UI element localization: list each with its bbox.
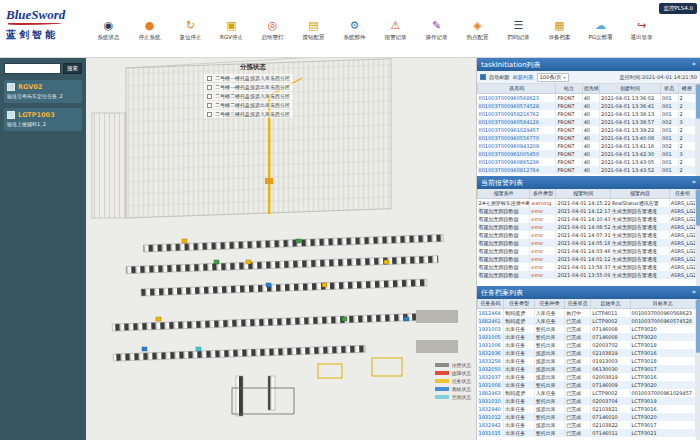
device-search-input[interactable] bbox=[4, 63, 61, 74]
table-row[interactable]: 1931008出库任务整托出库已完成07146009LCTP3020 bbox=[478, 381, 696, 389]
sort-zone-row[interactable]: 二号楼一楼托盘拣选出库东西分区 bbox=[204, 83, 293, 91]
column-header[interactable]: 任务种类 bbox=[534, 299, 565, 309]
column-header[interactable]: 任务类型 bbox=[504, 299, 535, 309]
table-row[interactable]: 有规划无跟踪数据error2021-04-01 14:01:12生成无跟踪告警通… bbox=[478, 255, 696, 263]
sort-zone-row[interactable]: 二号楼一楼托盘拣选入库东西分区 bbox=[204, 74, 293, 82]
table-row[interactable]: 0010037000961029457FRONT402021-04-01 13:… bbox=[478, 126, 696, 134]
column-header[interactable]: 优先级 bbox=[582, 84, 599, 94]
table-row[interactable]: 0010037000961005450FRONT402021-04-01 13:… bbox=[478, 150, 696, 158]
sort-zone-row[interactable]: 二号楼二楼托盘拣选出库东西分区 bbox=[204, 101, 293, 109]
task-panel-title[interactable]: taskInitiation列表 » bbox=[477, 58, 700, 71]
task-panel-toolbar: 自动刷新 刷新列表 100条/页 ▾ 监控时间:2021-04-01 14:21… bbox=[477, 71, 700, 84]
column-header[interactable]: 报警时间 bbox=[556, 189, 611, 199]
table-row[interactable]: 1932050出库任务拣选出库已完成06130030LCTP3017 bbox=[478, 365, 696, 373]
toolbar-item-warning-light[interactable]: ◎ 启动警灯 bbox=[252, 19, 293, 41]
table-row[interactable]: 2#七层穿梭车连接中断warning2021-04-01 14:15:22Rea… bbox=[478, 199, 696, 208]
checkbox-icon[interactable] bbox=[207, 85, 212, 90]
column-header[interactable]: 任务状态 bbox=[565, 299, 591, 309]
table-row[interactable]: 有规划无跟踪数据error2021-04-01 14:08:52生成无跟踪告警通… bbox=[478, 223, 696, 231]
toolbar-item-stop-system[interactable]: ● 停止系统 bbox=[129, 19, 170, 41]
table-row[interactable]: 有规划无跟踪数据error2021-04-01 14:07:31生成无跟踪告警通… bbox=[478, 231, 696, 239]
table-row[interactable]: 0010037000960568623FRONT402021-04-01 13:… bbox=[478, 94, 696, 103]
checkbox-icon[interactable] bbox=[207, 76, 212, 81]
table-row[interactable]: 有规划无跟踪数据error2021-04-01 14:05:18生成无跟踪告警通… bbox=[478, 239, 696, 247]
device-item[interactable]: LGTP1003 输送上饶辅料1_2 bbox=[4, 108, 82, 131]
column-header[interactable]: 条件类型 bbox=[530, 189, 556, 199]
table-row[interactable]: 0010037000960574528FRONT402021-04-01 13:… bbox=[478, 102, 696, 110]
device-item[interactable]: RGV02 输送引布头车定位任务_2 bbox=[4, 80, 82, 103]
toolbar-item-pg-cloud-deploy[interactable]: ☁ PG云部署 bbox=[580, 19, 621, 41]
scrollbar[interactable] bbox=[696, 84, 700, 176]
table-row[interactable]: 0010037000960556770FRONT402021-04-01 13:… bbox=[478, 134, 696, 142]
table-row[interactable]: 有规划无跟踪数据error2021-04-01 13:55:09生成无跟踪告警通… bbox=[478, 271, 696, 279]
collapse-icon[interactable]: » bbox=[692, 286, 696, 299]
column-header[interactable]: 任务组 bbox=[669, 189, 695, 199]
page-size-select[interactable]: 100条/页 ▾ bbox=[537, 73, 569, 82]
refresh-list-button[interactable]: 刷新列表 bbox=[513, 74, 534, 81]
table-row[interactable]: 有规划无跟踪数据error2021-04-01 14:12:17生成无跟踪告警通… bbox=[478, 207, 696, 215]
table-row[interactable]: 1832936出库任务拣选出库已完成02103819LCTP3016 bbox=[478, 349, 696, 357]
column-header[interactable]: 状态 bbox=[661, 84, 678, 94]
toolbar-item-system-parts[interactable]: ⚙ 系统部件 bbox=[334, 19, 375, 41]
scrollbar[interactable] bbox=[696, 299, 700, 440]
table-row[interactable]: 1931010出库任务整托出库已完成02003704LCTP3019 bbox=[478, 397, 696, 405]
table-row[interactable]: 0010037000960584126FRONT402021-04-01 13:… bbox=[478, 118, 696, 126]
checkbox-icon[interactable] bbox=[207, 103, 212, 108]
sort-zone-row[interactable]: 二号楼二楼托盘拣选入库东西分区 bbox=[204, 92, 293, 100]
table-row[interactable]: 1931003出库任务整托出库已完成07146008LCTP3020 bbox=[478, 325, 696, 333]
table-cell: 1832936 bbox=[478, 349, 504, 357]
table-row[interactable]: 1833258出库任务拣选出库已完成01913003LCTP3018 bbox=[478, 357, 696, 365]
toolbar-item-device-archive[interactable]: ▦ 设备档案 bbox=[539, 19, 580, 41]
table-row[interactable]: 1882461制码退货入库任务已完成LCTP900200100370009605… bbox=[478, 317, 696, 325]
column-header[interactable]: 报警条件 bbox=[478, 189, 530, 199]
table-row[interactable]: 1832940出库任务拣选出库已完成02103821LCTP3016 bbox=[478, 405, 696, 413]
column-header[interactable]: 任务条码 bbox=[478, 299, 504, 309]
table-row[interactable]: 1931006出库任务整托出库已完成02003702LCTP3018 bbox=[478, 341, 696, 349]
toolbar-item-button-config[interactable]: ▤ 按钮配置 bbox=[293, 19, 334, 41]
device-search-button[interactable]: 搜索 bbox=[63, 63, 82, 74]
toolbar-item-operation-log[interactable]: ✎ 操作记录 bbox=[416, 19, 457, 41]
column-header[interactable]: 目标单元 bbox=[630, 299, 695, 309]
table-row[interactable]: 1832942出库任务拣选出库已完成02103822LCTP3017 bbox=[478, 421, 696, 429]
table-row[interactable]: 有规划无跟踪数据error2021-04-01 14:03:46生成无跟踪告警通… bbox=[478, 247, 696, 255]
auto-refresh-checkbox[interactable] bbox=[480, 74, 486, 80]
column-header[interactable]: 起始单元 bbox=[591, 299, 630, 309]
toolbar-item-system-status[interactable]: ◉ 系统状态 bbox=[88, 19, 129, 41]
column-header[interactable]: 器具码 bbox=[478, 84, 556, 94]
scrollbar-thumb[interactable] bbox=[696, 84, 700, 119]
table-row[interactable]: 1832937出库任务拣选出库已完成02003819LCTP3016 bbox=[478, 373, 696, 381]
collapse-icon[interactable]: » bbox=[692, 58, 696, 71]
table-row[interactable]: 有规划无跟踪数据error2021-04-01 14:10:43生成无跟踪告警通… bbox=[478, 215, 696, 223]
toolbar-item-alarm-log[interactable]: ⚠ 报警记录 bbox=[375, 19, 416, 41]
alarm-panel-title[interactable]: 当前报警列表 » bbox=[477, 176, 700, 189]
table-row[interactable]: 0010037000960865236FRONT402021-04-01 13:… bbox=[478, 158, 696, 166]
table-row[interactable]: 0010037000960812764FRONT402021-04-01 13:… bbox=[478, 166, 696, 174]
table-row[interactable]: 有规划无跟踪数据error2021-04-01 13:58:37生成无跟踪告警通… bbox=[478, 263, 696, 271]
scrollbar-thumb[interactable] bbox=[696, 299, 700, 353]
sort-zone-row[interactable]: 二号楼三楼托盘拣选入库东西分区 bbox=[204, 110, 293, 118]
checkbox-icon[interactable] bbox=[207, 94, 212, 99]
scrollbar[interactable] bbox=[696, 189, 700, 286]
table-row[interactable]: 1931015出库任务整托出库已完成07146011LCTP3021 bbox=[478, 429, 696, 437]
column-header[interactable]: 站台 bbox=[556, 84, 582, 94]
warehouse-3d-viewport[interactable]: 分拣状态 二号楼一楼托盘拣选入库东西分区 二号楼一楼托盘拣选出库东西分区 二号楼… bbox=[86, 58, 476, 440]
table-row[interactable]: 0010037000960943209FRONT402021-04-01 13:… bbox=[478, 142, 696, 150]
toolbar-item-reset-stop[interactable]: ↻ 复位停止 bbox=[170, 19, 211, 41]
toolbar-item-scan-log[interactable]: ☰ 扫码记录 bbox=[498, 19, 539, 41]
table-row[interactable]: 1812464制码退货入库任务执行中LCTP401100100370009605… bbox=[478, 309, 696, 318]
table-row[interactable]: 1931012出库任务整托出库已完成07146010LCTP3020 bbox=[478, 413, 696, 421]
checkbox-icon[interactable] bbox=[207, 112, 212, 117]
column-header[interactable]: 报警内容 bbox=[610, 189, 669, 199]
table-row[interactable]: 1931005出库任务整托出库已完成07146008LCTP3020 bbox=[478, 333, 696, 341]
device-code: RGV02 bbox=[18, 83, 42, 91]
column-header[interactable]: 创建时间 bbox=[600, 84, 661, 94]
scrollbar-thumb[interactable] bbox=[696, 189, 700, 226]
archive-panel-title[interactable]: 任务档案列表 » bbox=[477, 286, 700, 299]
toolbar-item-rgv-stop[interactable]: ▣ RGV停止 bbox=[211, 19, 252, 41]
table-row[interactable]: 0010037000958216762FRONT402021-04-01 13:… bbox=[478, 110, 696, 118]
toolbar-item-hotspot-config[interactable]: ◈ 热点配置 bbox=[457, 19, 498, 41]
toolbar-item-logout[interactable]: ↪ 退出登录 bbox=[621, 19, 662, 41]
column-header[interactable]: 楼层 bbox=[678, 84, 695, 94]
collapse-icon[interactable]: » bbox=[692, 176, 696, 189]
table-row[interactable]: 1882463制码退货入库任务已完成LCTP900200100370009610… bbox=[478, 389, 696, 397]
